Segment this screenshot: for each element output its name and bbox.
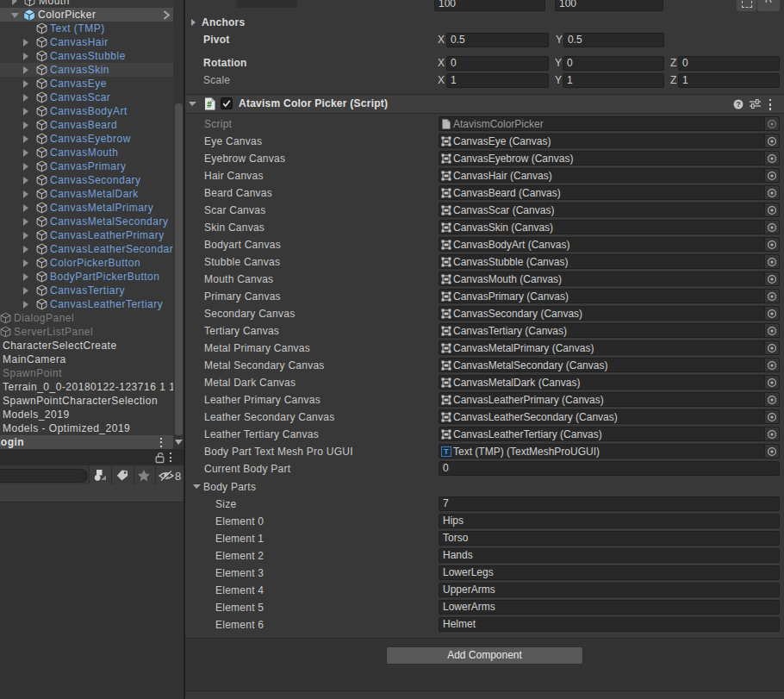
svg-text:T: T [444, 446, 449, 456]
svg-text:#: # [207, 100, 212, 109]
svg-text:?: ? [736, 100, 740, 109]
